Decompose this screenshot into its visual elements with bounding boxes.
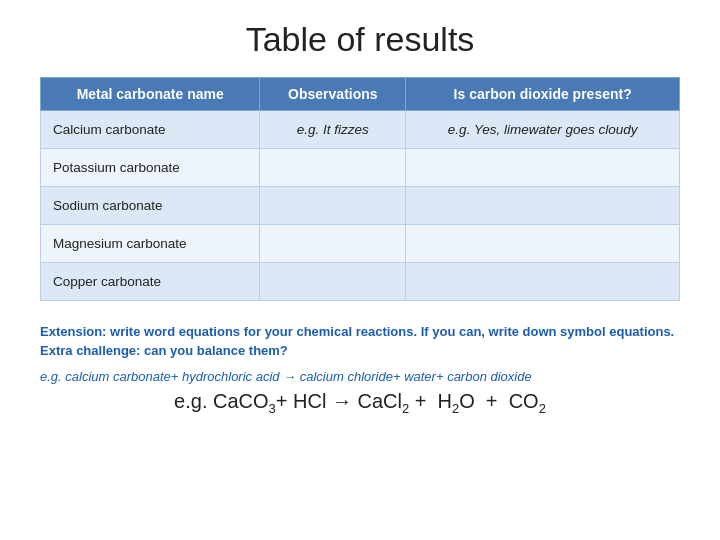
row-3-co2 bbox=[406, 187, 680, 225]
row-4-name: Magnesium carbonate bbox=[41, 225, 260, 263]
row-1-co2: e.g. Yes, limewater goes cloudy bbox=[406, 111, 680, 149]
eq-cacl2: CaCl bbox=[352, 390, 402, 412]
results-table: Metal carbonate name Observations Is car… bbox=[40, 77, 680, 301]
example-italic-text: e.g. calcium carbonate+ hydrochloric aci… bbox=[40, 369, 532, 384]
row-5-name: Copper carbonate bbox=[41, 263, 260, 301]
row-5-observations bbox=[260, 263, 406, 301]
row-2-co2 bbox=[406, 149, 680, 187]
extension-text: Extension: write word equations for your… bbox=[40, 323, 680, 361]
page-title: Table of results bbox=[40, 20, 680, 59]
row-4-observations bbox=[260, 225, 406, 263]
equation-display: e.g. CaCO3+ HCl → CaCl2 + H2O + CO2 bbox=[40, 390, 680, 416]
table-row: Copper carbonate bbox=[41, 263, 680, 301]
row-3-name: Sodium carbonate bbox=[41, 187, 260, 225]
row-2-name: Potassium carbonate bbox=[41, 149, 260, 187]
col-header-name: Metal carbonate name bbox=[41, 78, 260, 111]
eq-sub1: 3 bbox=[269, 401, 276, 416]
eq-rest: + H bbox=[409, 390, 452, 412]
row-2-observations bbox=[260, 149, 406, 187]
table-row: Calcium carbonate e.g. It fizzes e.g. Ye… bbox=[41, 111, 680, 149]
row-4-co2 bbox=[406, 225, 680, 263]
table-row: Potassium carbonate bbox=[41, 149, 680, 187]
eq-sub4: 2 bbox=[539, 401, 546, 416]
page: Table of results Metal carbonate name Ob… bbox=[0, 0, 720, 540]
table-row: Sodium carbonate bbox=[41, 187, 680, 225]
table-row: Magnesium carbonate bbox=[41, 225, 680, 263]
row-1-observations: e.g. It fizzes bbox=[260, 111, 406, 149]
col-header-co2: Is carbon dioxide present? bbox=[406, 78, 680, 111]
eq-o: O + CO bbox=[459, 390, 538, 412]
row-5-co2 bbox=[406, 263, 680, 301]
eq-plus1: + HCl bbox=[276, 390, 332, 412]
eq-arrow: → bbox=[332, 390, 352, 412]
equation-label: e.g. CaCO bbox=[174, 390, 268, 412]
col-header-observations: Observations bbox=[260, 78, 406, 111]
row-1-name: Calcium carbonate bbox=[41, 111, 260, 149]
row-3-observations bbox=[260, 187, 406, 225]
